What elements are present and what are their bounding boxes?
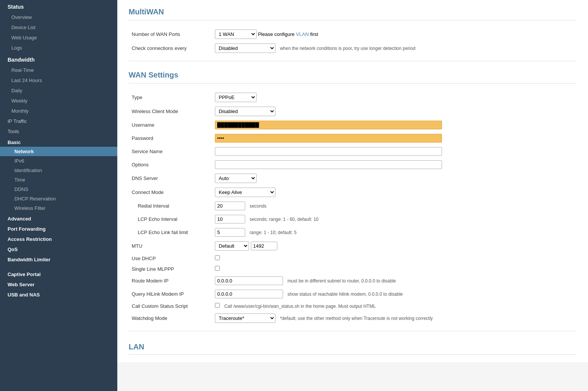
sidebar-item-captive-portal[interactable]: Captive Portal [0,268,117,279]
type-select[interactable]: PPPoE DHCP Static PPTP L2TP [215,93,257,102]
sidebar-item-qos[interactable]: QoS [0,244,117,254]
wan-ports-select[interactable]: 1 WAN 2 WAN [215,29,257,39]
call-custom-hint: Call /www/user/cgi-bin/wan_status.sh in … [224,304,376,309]
sidebar-section-status: Status [0,0,117,12]
sidebar-item-usb-and-nas[interactable]: USB and NAS [0,289,117,299]
dns-server-select[interactable]: Auto Manual [215,174,257,183]
mtu-value-input[interactable] [251,242,277,250]
sidebar-item-time[interactable]: Time [0,175,117,185]
route-modem-ip-hint: must be in different subnet to router, 0… [288,278,396,284]
sidebar-item-ip-traffic[interactable]: IP Traffic [0,116,117,126]
wan-settings-table: Type PPPoE DHCP Static PPTP L2TP Wireles… [129,90,577,325]
sidebar-item-web-server[interactable]: Web Server [0,279,117,289]
mtu-row: Default Custom [215,241,574,251]
username-input[interactable] [215,121,442,129]
sidebar-item-daily[interactable]: Daily [0,85,117,96]
watchdog-mode-select[interactable]: Traceroute* Ping [215,313,275,323]
sidebar-item-bandwidth-limiter[interactable]: Bandwidth Limiter [0,254,117,264]
wireless-client-mode-label: Wireless Client Mode [129,104,212,118]
lan-title: LAN [129,343,577,355]
sidebar-item-ddns[interactable]: DDNS [0,185,117,194]
query-hilink-input[interactable] [215,290,283,298]
sidebar: Status Overview Device List Web Usage Lo… [0,0,117,391]
lcp-echo-interval-hint: seconds; range: 1 - 60, default: 10 [250,217,319,222]
single-line-mlppp-label: Single Line MLPPP [129,264,212,274]
lcp-echo-fail-hint: range: 1 - 10; default: 5 [250,230,297,235]
check-connections-select[interactable]: Disabled 30 seconds 60 seconds [215,43,275,53]
type-label: Type [129,90,212,104]
sidebar-item-ipv6[interactable]: IPv6 [0,156,117,166]
query-hilink-hint: show status of reachable hilink modem, 0… [288,292,403,297]
sidebar-item-advanced[interactable]: Advanced [0,213,117,223]
sidebar-item-device-list[interactable]: Device List [0,22,117,33]
service-name-label: Service Name [129,145,212,158]
options-input[interactable] [215,160,442,169]
lcp-echo-fail-input[interactable] [215,228,245,237]
sidebar-item-logs[interactable]: Logs [0,43,117,53]
watchdog-mode-hint: *default; use the other method only when… [280,316,433,321]
wan-ports-hint: Please configure VLAN first [258,31,318,37]
sidebar-item-dhcp-reservation[interactable]: DHCP Reservation [0,194,117,203]
watchdog-mode-label: Watchdog Mode [129,311,212,325]
sidebar-section-bandwidth: Bandwidth [0,53,117,65]
sidebar-item-port-forwarding[interactable]: Port Forwarding [0,223,117,233]
sidebar-section-basic[interactable]: Basic [0,137,117,147]
use-dhcp-label: Use DHCP [129,253,212,264]
lcp-echo-interval-label: LCP Echo Interval [129,213,212,226]
check-connections-hint: when the network conditions is poor, try… [280,46,415,51]
route-modem-ip-label: Route Modem IP [129,274,212,287]
connect-mode-select[interactable]: Keep Alive On Demand Disabled [215,188,275,197]
route-modem-ip-input[interactable] [215,276,283,285]
use-dhcp-checkbox[interactable] [215,255,220,260]
redial-interval-input[interactable] [215,202,245,210]
mtu-label: MTU [129,239,212,253]
sidebar-item-identification[interactable]: Identification [0,166,117,175]
service-name-input[interactable] [215,147,442,156]
main-content: MultiWAN Number of WAN Ports 1 WAN 2 WAN… [117,0,588,391]
vlan-link[interactable]: VLAN [296,31,309,37]
redial-interval-hint: seconds [250,203,267,209]
single-line-mlppp-checkbox[interactable] [215,266,220,271]
username-label: Username [129,118,212,132]
lcp-echo-fail-label: LCP Echo Link fail limit [129,226,212,239]
call-custom-checkbox[interactable] [215,303,220,308]
sidebar-item-network[interactable]: Network [0,147,117,156]
sidebar-item-last-24-hours[interactable]: Last 24 Hours [0,75,117,85]
wan-settings-title: WAN Settings [129,71,577,84]
multiwan-table: Number of WAN Ports 1 WAN 2 WAN Please c… [129,27,577,55]
check-connections-label: Check connections every [129,41,212,55]
password-label: Password [129,132,212,145]
query-hilink-label: Query HiLink Modem IP [129,287,212,301]
sidebar-item-overview[interactable]: Overview [0,12,117,22]
call-custom-label: Call Custom Status Script [129,301,212,311]
sidebar-item-weekly[interactable]: Weekly [0,96,117,106]
lcp-echo-interval-input[interactable] [215,215,245,223]
sidebar-item-real-time[interactable]: Real-Time [0,65,117,75]
sidebar-item-web-usage[interactable]: Web Usage [0,33,117,43]
sidebar-item-wireless-filter[interactable]: Wireless Filter [0,203,117,213]
sidebar-item-access-restriction[interactable]: Access Restriction [0,233,117,244]
mtu-select[interactable]: Default Custom [215,241,249,251]
wireless-client-mode-select[interactable]: Disabled Enabled [215,107,275,116]
sidebar-item-tools[interactable]: Tools [0,126,117,137]
wan-ports-label: Number of WAN Ports [129,27,212,41]
dns-server-label: DNS Server [129,171,212,185]
sidebar-item-monthly[interactable]: Monthly [0,106,117,116]
redial-interval-label: Redial Interval [129,199,212,213]
connect-mode-label: Connect Mode [129,185,212,199]
multiwan-title: MultiWAN [129,8,577,20]
password-input[interactable] [215,134,442,143]
options-label: Options [129,158,212,171]
